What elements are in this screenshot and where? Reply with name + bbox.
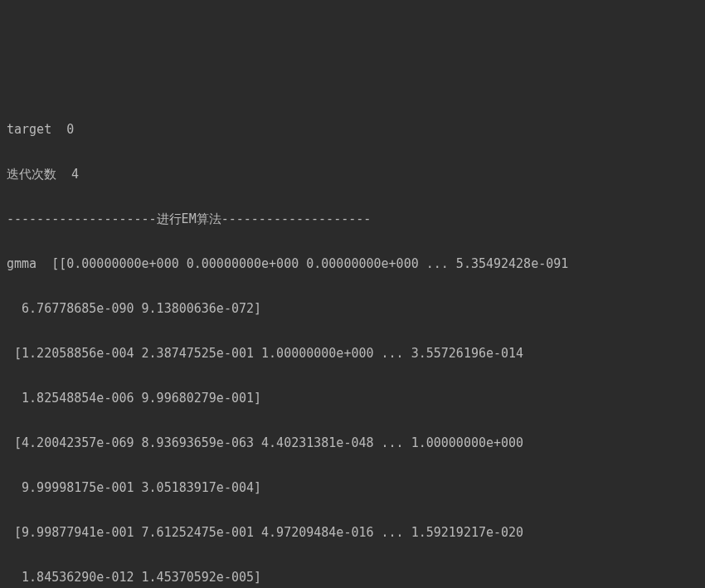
output-line: --------------------进行EM算法--------------… <box>7 208 698 231</box>
output-line: 1.82548854e-006 9.99680279e-001] <box>7 387 698 410</box>
output-line: target 0 <box>7 119 698 141</box>
output-line: [4.20042357e-069 8.93693659e-063 4.40231… <box>7 432 698 454</box>
output-line: 1.84536290e-012 1.45370592e-005] <box>7 566 698 588</box>
output-line: 迭代次数 4 <box>7 163 698 186</box>
output-line: [1.22058856e-004 2.38747525e-001 1.00000… <box>7 343 698 365</box>
terminal-output: target 0 迭代次数 4 --------------------进行EM… <box>7 96 698 588</box>
output-line: gmma [[0.00000000e+000 0.00000000e+000 0… <box>7 253 698 275</box>
output-line: [9.99877941e-001 7.61252475e-001 4.97209… <box>7 522 698 544</box>
output-line: 6.76778685e-090 9.13800636e-072] <box>7 298 698 320</box>
output-line: 9.99998175e-001 3.05183917e-004] <box>7 477 698 499</box>
